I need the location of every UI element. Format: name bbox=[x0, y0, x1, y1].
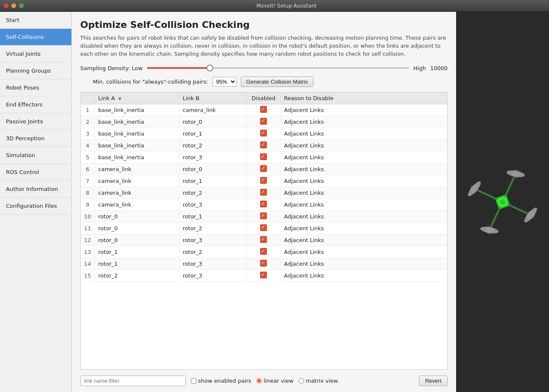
row-num: 12 bbox=[81, 234, 95, 246]
matrix-view-text: matrix view bbox=[306, 378, 338, 384]
row-num: 11 bbox=[81, 223, 95, 234]
main-layout: Start Self-Collisions Virtual Joints Pla… bbox=[0, 12, 549, 392]
link-a-cell: camera_link bbox=[95, 163, 179, 175]
col-header-num bbox=[81, 93, 95, 104]
disabled-cell[interactable] bbox=[247, 199, 280, 211]
disabled-cell[interactable] bbox=[247, 116, 280, 128]
sidebar-item-start[interactable]: Start bbox=[0, 12, 71, 29]
slider-track bbox=[147, 67, 409, 69]
disabled-checkbox-checked[interactable] bbox=[260, 201, 267, 207]
matrix-view-radio[interactable] bbox=[299, 378, 304, 384]
disabled-cell[interactable] bbox=[247, 258, 280, 270]
link-a-cell: rotor_1 bbox=[95, 246, 179, 258]
table-row: 14 rotor_1 rotor_3 Adjacent Links bbox=[81, 258, 447, 270]
min-collisions-select[interactable]: 90% 95% 99% bbox=[212, 77, 236, 87]
sort-arrow-link-a: ▼ bbox=[118, 97, 121, 101]
titlebar-buttons bbox=[3, 3, 24, 8]
disabled-cell[interactable] bbox=[247, 140, 280, 152]
disabled-checkbox-checked[interactable] bbox=[260, 189, 267, 196]
content-inner: Optimize Self-Collision Checking This se… bbox=[72, 12, 456, 392]
3d-panel bbox=[456, 12, 549, 392]
disabled-checkbox-checked[interactable] bbox=[260, 260, 267, 267]
disabled-checkbox-checked[interactable] bbox=[260, 130, 267, 136]
link-b-cell: rotor_2 bbox=[179, 246, 247, 258]
table-row: 15 rotor_2 rotor_3 Adjacent Links bbox=[81, 270, 447, 282]
disabled-checkbox-checked[interactable] bbox=[260, 212, 267, 219]
sampling-slider-container[interactable] bbox=[147, 64, 409, 72]
disabled-checkbox-checked[interactable] bbox=[260, 236, 267, 243]
reason-cell: Adjacent Links bbox=[280, 246, 447, 258]
close-button[interactable] bbox=[3, 3, 9, 8]
disabled-cell[interactable] bbox=[247, 152, 280, 163]
disabled-checkbox-checked[interactable] bbox=[260, 165, 267, 172]
row-num: 7 bbox=[81, 175, 95, 187]
disabled-checkbox-checked[interactable] bbox=[260, 272, 267, 278]
link-name-filter-input[interactable] bbox=[80, 376, 186, 386]
min-collisions-label: Min. collisions for "always"-colliding p… bbox=[93, 79, 208, 85]
disabled-cell[interactable] bbox=[247, 223, 280, 234]
disabled-checkbox-checked[interactable] bbox=[260, 142, 267, 148]
disabled-cell[interactable] bbox=[247, 163, 280, 175]
disabled-checkbox-checked[interactable] bbox=[260, 224, 267, 231]
sidebar-item-simulation[interactable]: Simulation bbox=[0, 147, 71, 164]
row-num: 14 bbox=[81, 258, 95, 270]
disabled-cell[interactable] bbox=[247, 104, 280, 116]
disabled-cell[interactable] bbox=[247, 246, 280, 258]
linear-view-radio[interactable] bbox=[256, 378, 262, 384]
disabled-checkbox-checked[interactable] bbox=[260, 153, 267, 160]
sidebar-item-self-collisions[interactable]: Self-Collisions bbox=[0, 29, 71, 46]
sidebar-item-planning-groups[interactable]: Planning Groups bbox=[0, 63, 71, 79]
show-enabled-pairs-label[interactable]: show enabled pairs bbox=[191, 378, 251, 384]
table-row: 9 camera_link rotor_3 Adjacent Links bbox=[81, 199, 447, 211]
col-header-reason[interactable]: Reason to Disable bbox=[280, 93, 447, 104]
sidebar-item-virtual-joints[interactable]: Virtual Joints bbox=[0, 46, 71, 63]
table-row: 1 base_link_inertia camera_link Adjacent… bbox=[81, 104, 447, 116]
reason-cell: Adjacent Links bbox=[280, 211, 447, 223]
sidebar-item-passive-joints[interactable]: Passive Joints bbox=[0, 113, 71, 130]
table-row: 3 base_link_inertia rotor_1 Adjacent Lin… bbox=[81, 128, 447, 140]
col-header-link-a[interactable]: Link A ▼ bbox=[95, 93, 179, 104]
collision-table-wrapper: Link A ▼ Link B Disabled Reason to Disab… bbox=[80, 92, 448, 370]
maximize-button[interactable] bbox=[19, 3, 24, 8]
disabled-cell[interactable] bbox=[247, 187, 280, 199]
matrix-view-label[interactable]: matrix view bbox=[299, 378, 338, 384]
content-area: Optimize Self-Collision Checking This se… bbox=[72, 12, 456, 392]
col-header-link-b[interactable]: Link B bbox=[179, 93, 247, 104]
sidebar-item-ros-control[interactable]: ROS Control bbox=[0, 164, 71, 181]
reason-cell: Adjacent Links bbox=[280, 128, 447, 140]
table-row: 10 rotor_0 rotor_1 Adjacent Links bbox=[81, 211, 447, 223]
link-b-cell: rotor_0 bbox=[179, 163, 247, 175]
disabled-checkbox-checked[interactable] bbox=[260, 106, 267, 113]
slider-thumb[interactable] bbox=[207, 65, 213, 71]
disabled-cell[interactable] bbox=[247, 128, 280, 140]
link-b-cell: rotor_3 bbox=[179, 234, 247, 246]
link-a-cell: base_link_inertia bbox=[95, 116, 179, 128]
disabled-checkbox-checked[interactable] bbox=[260, 118, 267, 125]
generate-collision-matrix-button[interactable]: Generate Collision Matrix bbox=[241, 76, 313, 87]
disabled-cell[interactable] bbox=[247, 211, 280, 223]
disabled-cell[interactable] bbox=[247, 270, 280, 282]
disabled-cell[interactable] bbox=[247, 175, 280, 187]
link-a-cell: base_link_inertia bbox=[95, 140, 179, 152]
disabled-checkbox-checked[interactable] bbox=[260, 248, 267, 255]
row-num: 13 bbox=[81, 246, 95, 258]
link-b-cell: rotor_3 bbox=[179, 152, 247, 163]
col-header-disabled[interactable]: Disabled bbox=[247, 93, 280, 104]
sidebar-item-robot-poses[interactable]: Robot Poses bbox=[0, 79, 71, 96]
sidebar-item-end-effectors[interactable]: End Effectors bbox=[0, 96, 71, 113]
show-enabled-pairs-checkbox[interactable] bbox=[191, 378, 196, 384]
row-num: 6 bbox=[81, 163, 95, 175]
linear-view-label[interactable]: linear view bbox=[256, 378, 294, 384]
revert-button[interactable]: Revert bbox=[419, 376, 448, 386]
row-num: 9 bbox=[81, 199, 95, 211]
table-row: 13 rotor_1 rotor_2 Adjacent Links bbox=[81, 246, 447, 258]
sidebar-item-3d-perception[interactable]: 3D Perception bbox=[0, 130, 71, 147]
disabled-checkbox-checked[interactable] bbox=[260, 177, 267, 184]
reason-cell: Adjacent Links bbox=[280, 152, 447, 163]
minimize-button[interactable] bbox=[11, 3, 16, 8]
table-row: 8 camera_link rotor_2 Adjacent Links bbox=[81, 187, 447, 199]
sidebar-item-author-information[interactable]: Author Information bbox=[0, 181, 71, 198]
sidebar-item-configuration-files[interactable]: Configuration Files bbox=[0, 198, 71, 215]
disabled-cell[interactable] bbox=[247, 234, 280, 246]
link-a-cell: camera_link bbox=[95, 175, 179, 187]
